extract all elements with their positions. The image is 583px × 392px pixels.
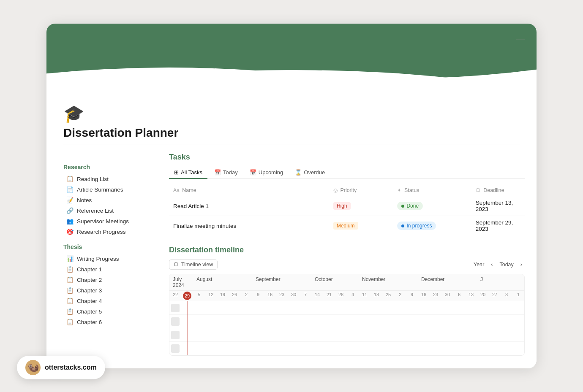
timeline-months-row: July 2024 August September October Novem… [169, 274, 524, 291]
date-29-today: 29 [181, 291, 193, 301]
sidebar-item-chapter2-label: Chapter 2 [77, 277, 102, 283]
timeline-prev-button[interactable]: ‹ [488, 260, 495, 269]
timeline-view-label: Timeline view [181, 262, 213, 268]
page-header: 🎓 Dissertation Planner — [46, 95, 537, 144]
timeline-calendar-icon: 🗓 [174, 262, 179, 268]
sidebar: Research 📋 Reading List 📄 Article Summar… [63, 153, 152, 356]
today-icon: 📅 [214, 169, 221, 176]
priority-badge-2: Medium [333, 222, 358, 230]
sidebar-item-chapter3[interactable]: 📋 Chapter 3 [63, 285, 152, 295]
page-title-section: 🎓 Dissertation Planner [63, 104, 178, 144]
supervisor-meetings-icon: 👥 [66, 218, 74, 224]
graduation-cap-icon: 🎓 [63, 104, 178, 124]
branding-pill: 🦦 otterstacks.com [17, 356, 105, 379]
timeline-next-button[interactable]: › [518, 260, 525, 269]
thesis-section-title: Thesis [63, 243, 152, 250]
tab-all-tasks-label: All Tasks [181, 169, 202, 176]
task-name-1[interactable]: Read Article 1 [169, 196, 329, 216]
sidebar-item-reference-list[interactable]: 🔗 Reference List [63, 205, 152, 216]
tab-today-label: Today [223, 169, 238, 176]
sidebar-item-supervisor-meetings-label: Supervisor Meetings [77, 218, 129, 224]
today-circle: 29 [183, 292, 191, 300]
status-badge-2: In progress [397, 222, 436, 230]
tab-overdue[interactable]: ⌛ Overdue [290, 167, 330, 179]
chapter6-icon: 📋 [66, 319, 74, 325]
timeline-year-label[interactable]: Year [471, 260, 487, 269]
timeline-row-3 [169, 328, 524, 342]
chapter1-icon: 📋 [66, 266, 74, 273]
timeline-month-july: July 2024 [169, 274, 193, 290]
timeline-month-october: October [311, 274, 359, 290]
sidebar-item-chapter6[interactable]: 📋 Chapter 6 [63, 317, 152, 327]
sidebar-item-reading-list[interactable]: 📋 Reading List [63, 174, 152, 184]
upcoming-icon: 📅 [250, 169, 256, 176]
task-row-1: Read Article 1 High Done September 13, 2… [169, 196, 525, 216]
today-vertical-line [187, 301, 188, 355]
task-status-2: In progress [393, 216, 471, 236]
task-deadline-2: September 29, 2023 [471, 216, 525, 236]
col-header-deadline[interactable]: 🗓 Deadline [471, 185, 525, 196]
timeline-dates-row: 22 29 5 12 19 26 2 9 16 23 30 [169, 291, 524, 301]
col-header-name[interactable]: Aa Name [169, 185, 329, 196]
col-header-status[interactable]: ✦ Status [393, 185, 471, 196]
task-name-2[interactable]: Finalize meeting minutes [169, 216, 329, 236]
row1-icon [171, 304, 180, 312]
timeline-month-jan: J [477, 274, 489, 290]
sidebar-item-article-summaries[interactable]: 📄 Article Summaries [63, 184, 152, 195]
sidebar-item-writing-progress-label: Writing Progress [77, 256, 119, 262]
sidebar-item-reading-list-label: Reading List [77, 176, 109, 182]
timeline-month-november: November [359, 274, 418, 290]
article-summaries-icon: 📄 [66, 186, 74, 193]
tab-today[interactable]: 📅 Today [209, 167, 243, 179]
timeline-view-button[interactable]: 🗓 Timeline view [169, 260, 218, 270]
sidebar-item-chapter5-label: Chapter 5 [77, 308, 102, 315]
col-header-priority[interactable]: ◎ Priority [329, 185, 393, 196]
tab-upcoming[interactable]: 📅 Upcoming [245, 167, 289, 179]
tasks-section-title: Tasks [169, 153, 525, 162]
chapter3-icon: 📋 [66, 287, 74, 294]
sidebar-item-writing-progress[interactable]: 📊 Writing Progress [63, 254, 152, 264]
sidebar-item-chapter3-label: Chapter 3 [77, 287, 102, 294]
sidebar-item-chapter4[interactable]: 📋 Chapter 4 [63, 296, 152, 306]
chapter5-icon: 📋 [66, 308, 74, 315]
branding-avatar: 🦦 [25, 360, 41, 375]
minimize-button[interactable]: — [513, 32, 528, 45]
task-status-1: Done [393, 196, 471, 216]
task-priority-2: Medium [329, 216, 393, 236]
timeline-row-1 [169, 301, 524, 315]
sidebar-item-notes-label: Notes [77, 197, 92, 203]
reading-list-icon: 📋 [66, 176, 74, 182]
all-tasks-icon: ⊞ [174, 169, 179, 176]
timeline-today-button[interactable]: Today [497, 260, 516, 269]
timeline-month-december: December [418, 274, 477, 290]
task-row-2: Finalize meeting minutes Medium In progr… [169, 216, 525, 236]
sidebar-item-chapter1[interactable]: 📋 Chapter 1 [63, 264, 152, 274]
timeline-rows-container [169, 301, 524, 355]
status-dot-1 [401, 205, 404, 208]
priority-badge-1: High [333, 202, 351, 210]
main-content: Research 📋 Reading List 📄 Article Summar… [46, 144, 537, 368]
sidebar-item-notes[interactable]: 📝 Notes [63, 195, 152, 205]
timeline-grid: July 2024 August September October Novem… [169, 274, 525, 356]
row3-icon [171, 331, 180, 339]
sidebar-item-chapter4-label: Chapter 4 [77, 298, 102, 304]
priority-col-icon: ◎ [333, 187, 338, 193]
reference-list-icon: 🔗 [66, 207, 74, 214]
timeline-nav: Year ‹ Today › [471, 260, 525, 269]
research-progress-icon: 🎯 [66, 228, 74, 235]
header-banner [46, 24, 537, 95]
sidebar-item-chapter5[interactable]: 📋 Chapter 5 [63, 306, 152, 316]
sidebar-item-chapter2[interactable]: 📋 Chapter 2 [63, 275, 152, 285]
overdue-icon: ⌛ [295, 169, 302, 176]
status-dot-2 [401, 224, 404, 227]
sidebar-item-supervisor-meetings[interactable]: 👥 Supervisor Meetings [63, 216, 152, 226]
sidebar-item-research-progress[interactable]: 🎯 Research Progress [63, 227, 152, 237]
timeline-month-september: September [252, 274, 311, 290]
tab-all-tasks[interactable]: ⊞ All Tasks [169, 167, 207, 179]
research-section-title: Research [63, 164, 152, 170]
status-badge-1: Done [397, 202, 423, 210]
notes-icon: 📝 [66, 197, 74, 203]
chapter2-icon: 📋 [66, 276, 74, 283]
date-22: 22 [169, 291, 181, 301]
row4-icon [171, 344, 180, 353]
